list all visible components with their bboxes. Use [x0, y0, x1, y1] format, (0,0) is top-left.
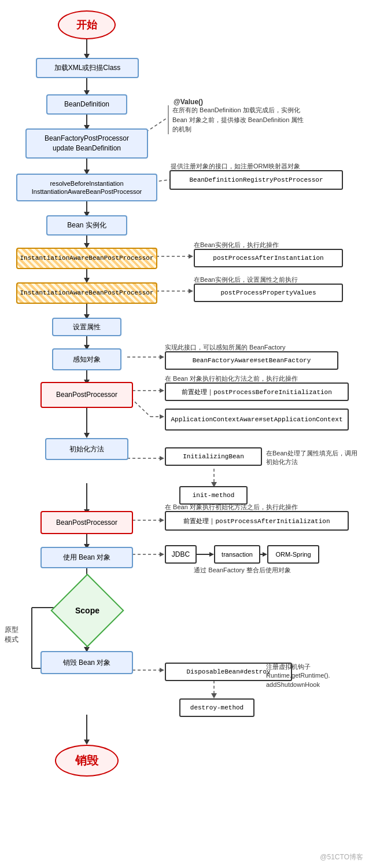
destroy-bean-label: 销毁 Bean 对象 [63, 658, 111, 668]
instantiation-aware-2-label: InstantiationAwareBeanPostProcessor [20, 289, 153, 297]
post-after-init-label: 前置处理｜postProcessAfterInitialization [183, 517, 330, 525]
bean-instantiate-label: Bean 实例化 [67, 220, 106, 230]
diagram: 开始 加载XML或扫描Class BeanDefinition BeanFact… [0, 0, 369, 868]
load-xml-label: 加载XML或扫描Class [54, 63, 121, 73]
init-method-node-label: 初始化方法 [69, 444, 104, 454]
instantiation-aware-2-node: InstantiationAwareBeanPostProcessor [16, 282, 157, 304]
end-node: 销毁 [55, 745, 119, 777]
post-prop-val-label: postProcessPropertyValues [220, 289, 316, 296]
bean-instantiate-node: Bean 实例化 [46, 215, 127, 236]
resolve-before-node: resolveBeforeInstantiation Insttantiatio… [16, 174, 157, 201]
bean-post-processor-2-node: BeanPostProcessor [40, 511, 133, 534]
svg-marker-36 [189, 254, 193, 259]
init-method-box-label: init-method [193, 492, 235, 499]
jdbc-label: JDBC [172, 550, 190, 558]
value-desc-text: 在所有的 BeanDefinition 加载完成后，实例化 Bean 对象之前，… [168, 105, 353, 134]
init-method-node: 初始化方法 [45, 438, 128, 460]
bean-def-registry-label: BeanDefinitionRegistryPostProcessor [189, 176, 323, 183]
initializing-bean-label: InitializingBean [183, 453, 244, 460]
svg-marker-47 [160, 456, 164, 461]
jdbc-node: JDBC [165, 545, 197, 564]
orm-spring-node: ORM-Spring [267, 545, 319, 564]
transaction-label: transaction [222, 551, 253, 558]
set-properties-label: 设置属性 [73, 322, 101, 332]
use-bean-label: 使用 Bean 对象 [63, 553, 111, 562]
svg-marker-51 [160, 518, 164, 523]
bean-factory-aware-label: BeanFactoryAware#setBeanFactory [193, 357, 311, 364]
load-xml-node: 加载XML或扫描Class [36, 58, 139, 78]
init-method-box-node: init-method [179, 486, 248, 505]
post-before-init-label: 前置处理｜postProcessBeforeInitialization [182, 388, 332, 396]
bean-definition-node: BeanDefinition [46, 94, 127, 115]
resolve-before-label: resolveBeforeInstantiation Insttantiatio… [32, 179, 142, 196]
orm-spring-label: ORM-Spring [275, 551, 311, 558]
set-properties-node: 设置属性 [52, 318, 121, 336]
svg-marker-45 [160, 414, 164, 419]
svg-marker-53 [160, 552, 164, 557]
destroy-method-label: destroy-method [190, 704, 243, 711]
instantiation-aware-1-node: InstantiationAwareBeanPostProcessor [16, 248, 157, 269]
aware-obj-label: 感知对象 [73, 355, 101, 365]
instantiation-aware-1-label: InstantiationAwareBeanPostProcessor [20, 254, 153, 262]
post-after-init-node: 前置处理｜postProcessAfterInitialization [165, 511, 349, 531]
svg-marker-59 [160, 668, 164, 672]
svg-marker-38 [189, 289, 193, 293]
bean-post-processor-1-node: BeanPostProcessor [40, 382, 133, 408]
bean-factory-post-label: BeanFactoryPostProcessor update BeanDefi… [45, 134, 129, 153]
bean-post-processor-1-label: BeanPostProcessor [56, 390, 117, 400]
watermark: @51CTO博客 [320, 852, 363, 862]
initializing-bean-node: InitializingBean [165, 447, 262, 466]
transaction-node: transaction [214, 545, 260, 564]
svg-marker-31 [84, 740, 90, 745]
post-process-property-values-node: postProcessPropertyValues [194, 284, 343, 302]
destroy-method-node: destroy-method [179, 698, 254, 717]
post-after-inst-label: postProcessAfterInstantiation [213, 255, 323, 262]
bean-factory-aware-node: BeanFactoryAware#setBeanFactory [165, 351, 338, 370]
app-context-aware-node: ApplicationContextAware#setApplicationCo… [165, 409, 349, 431]
end-label: 销毁 [75, 753, 98, 768]
bean-def-registry-node: BeanDefinitionRegistryPostProcessor [169, 170, 343, 190]
scope-label: Scope [61, 584, 113, 637]
post-process-after-instantiation-node: postProcessAfterInstantiation [194, 249, 343, 267]
svg-marker-42 [160, 388, 164, 393]
post-before-init-node: 前置处理｜postProcessBeforeInitialization [165, 382, 349, 401]
svg-marker-21 [84, 433, 90, 438]
destroy-bean-node: 销毁 Bean 对象 [40, 651, 133, 674]
svg-marker-57 [263, 552, 267, 557]
prototype-label: 原型 模式 [5, 625, 19, 645]
start-node: 开始 [58, 10, 116, 39]
after-fill-desc: 在Bean处理了属性填充后，调用 初始化方法 [266, 449, 357, 467]
shutdown-hook-label: 注册虚拟机钩子 Runtime.getRuntime(). addShutdow… [266, 663, 330, 689]
bean-post-processor-2-label: BeanPostProcessor [56, 518, 117, 528]
use-bean-node: 使用 Bean 对象 [40, 547, 133, 568]
through-bean-factory-label: 通过 BeanFactory 整合后使用对象 [165, 566, 320, 575]
app-context-aware-label: ApplicationContextAware#setApplicationCo… [171, 416, 342, 423]
svg-marker-55 [209, 552, 214, 557]
svg-marker-40 [160, 355, 164, 359]
disposable-bean-label: DisposableBean#destroy [186, 668, 270, 675]
bean-definition-label: BeanDefinition [64, 100, 109, 109]
bean-factory-post-node: BeanFactoryPostProcessor update BeanDefi… [25, 128, 148, 159]
start-label: 开始 [76, 18, 97, 32]
aware-obj-node: 感知对象 [52, 348, 121, 370]
svg-marker-61 [211, 693, 217, 698]
